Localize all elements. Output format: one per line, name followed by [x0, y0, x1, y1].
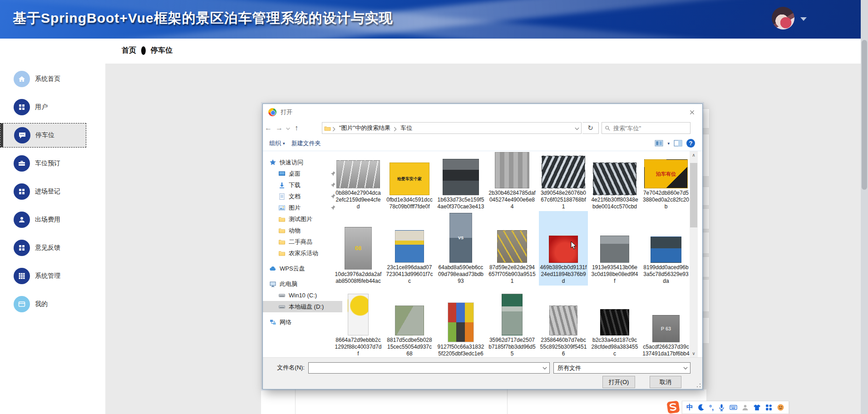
file-item[interactable]: 给爱车安个家0fbd1e3d4c591dcc78c09b0fff7fde0f	[385, 151, 434, 211]
keyboard-icon[interactable]	[730, 404, 737, 411]
search-box[interactable]	[602, 122, 690, 134]
file-item[interactable]: 2b30b46284785daf045274e4900e6e84	[488, 151, 537, 211]
back-icon[interactable]: ←	[263, 124, 274, 132]
nav-item-label: 快速访问	[280, 158, 303, 167]
file-item[interactable]: 469b389cb0d9131f24ed11894b376b9d	[539, 211, 588, 286]
sidebar-item-users[interactable]: 用户	[0, 95, 86, 119]
file-item[interactable]: VS64abd8a590eb6cc09d798eaad73bdb93	[436, 211, 485, 286]
resize-grip[interactable]	[696, 383, 701, 388]
nav-item-this-pc[interactable]: 此电脑	[263, 278, 342, 290]
sidebar-item-exit-fees[interactable]: 出场费用	[0, 207, 86, 232]
cancel-button[interactable]: 取消	[650, 376, 681, 388]
sidebar-item-reservations[interactable]: 车位预订	[0, 151, 86, 176]
moon-icon[interactable]	[697, 404, 705, 411]
nav-item-win10-c[interactable]: Win10 (C:)	[263, 290, 342, 301]
refresh-button[interactable]: ↻	[582, 122, 599, 134]
file-thumbnail	[443, 159, 479, 195]
emoji-icon[interactable]	[777, 404, 784, 411]
page-scrollbar-thumb[interactable]	[862, 40, 867, 190]
chat-icon	[14, 127, 30, 143]
file-grid-scrollbar[interactable]: ∧ ∨	[690, 151, 698, 357]
dialog-close-button[interactable]	[685, 106, 699, 118]
filetype-select[interactable]: 所有文件	[553, 362, 690, 374]
file-item[interactable]: 4e21f6b30ff80348ebde0014cc570cbd	[590, 151, 639, 211]
new-folder-button[interactable]: 新建文件夹	[291, 139, 321, 148]
breadcrumb-home[interactable]: 首页	[122, 46, 136, 55]
grid4-icon	[14, 99, 30, 115]
chinese-mode-icon[interactable]: 中	[686, 403, 693, 412]
file-item[interactable]: 3d90548e26076b067c6f025188768bf1	[539, 151, 588, 211]
scroll-down-icon[interactable]: ∨	[690, 350, 698, 357]
view-caret-icon[interactable]: ▾	[667, 141, 670, 146]
sidebar-item-system-admin[interactable]: 系统管理	[0, 264, 86, 288]
avatar-dropdown-icon[interactable]	[800, 17, 807, 21]
breadcrumb-bar: 首页 停车位	[0, 39, 868, 64]
nav-item-farmstay[interactable]: 农家乐活动	[263, 247, 342, 259]
nav-item-downloads[interactable]: 下载	[263, 179, 342, 191]
file-item[interactable]: 1b633d73c5e159f54ae0f370cae3e413	[436, 151, 485, 211]
network-icon	[269, 319, 276, 326]
grid4-icon	[14, 183, 30, 200]
person-icon[interactable]	[741, 404, 749, 411]
sidebar-item-parking-spaces[interactable]: 停车位	[0, 123, 86, 148]
file-item[interactable]: 23c1ce896daad077230413d99601f7cc	[385, 211, 434, 286]
file-item[interactable]: 8664a72d9ebbb2c1292f88c40037d7df	[334, 286, 383, 357]
scrollbar-thumb[interactable]	[690, 163, 697, 227]
sogou-icon[interactable]	[666, 400, 680, 414]
nav-item-network[interactable]: 网络	[263, 316, 342, 328]
address-crumb-search-results[interactable]: "图片"中的搜索结果	[339, 124, 390, 132]
file-item[interactable]: 8199ddd0aced96b3a5c78d56329e93da	[641, 211, 690, 286]
nav-item-local-disk-d[interactable]: 本地磁盘 (D:)	[263, 301, 342, 312]
sidebar-item-home[interactable]: 系统首页	[0, 67, 86, 91]
preview-pane-icon[interactable]	[674, 139, 682, 147]
nav-item-pictures[interactable]: 图片	[263, 202, 342, 213]
thumbnail-text: 给爱车安个家	[390, 177, 429, 181]
file-item[interactable]: 泊车有位7e7042db860e7d53880ed0a2c82fc20b	[641, 151, 690, 211]
nav-item-quick-access[interactable]: 快速访问	[263, 157, 342, 168]
scroll-up-icon[interactable]: ∧	[690, 151, 698, 159]
sidebar-item-mine[interactable]: 我的	[0, 292, 86, 316]
file-item[interactable]: b2c33a4dd187c9c28cfded98a383455c	[590, 286, 639, 357]
filename-dropdown-icon[interactable]	[542, 366, 547, 370]
nav-item-desktop[interactable]: 桌面	[263, 168, 342, 179]
sidebar-item-feedback[interactable]: 意见反馈	[0, 236, 86, 260]
file-item[interactable]: 87d59e2e82de294657f705b903a95151	[488, 211, 537, 286]
nav-item-documents[interactable]: 文档	[263, 191, 342, 202]
nav-item-test-images[interactable]: 测试图片	[263, 213, 342, 225]
file-thumbnail	[348, 294, 369, 335]
history-caret-icon[interactable]	[285, 124, 291, 132]
search-input[interactable]	[613, 125, 687, 132]
forward-icon[interactable]: →	[274, 124, 285, 132]
address-crumb-current[interactable]: 车位	[400, 124, 412, 132]
nav-item-wps-cloud[interactable]: WPS云盘	[263, 263, 342, 274]
file-item[interactable]: 9127f50c66a318325f2205dbf3edc1e6	[436, 286, 485, 357]
nav-item-animals[interactable]: 动物	[263, 225, 342, 236]
file-item[interactable]: 35962d717de2507b7185f7bb3dd96d55	[488, 286, 537, 357]
file-item[interactable]: 0b8804e27904dca2efc2159d9ee4cfed	[334, 151, 383, 211]
page-scrollbar[interactable]	[861, 0, 868, 414]
open-button[interactable]: 打开(O)	[602, 376, 635, 388]
address-bar[interactable]: "图片"中的搜索结果 车位	[322, 122, 582, 134]
apps-icon[interactable]	[765, 404, 773, 411]
file-item[interactable]: P 63c5acdf266237d39c137491da17bf6bb4	[641, 286, 690, 357]
file-item[interactable]: 0810dc3976a2dda2afab85008f6feb44ac	[334, 211, 383, 286]
file-item[interactable]: 1913e935413b06e3c0d198be08ed9f4f	[590, 211, 639, 286]
filename-input[interactable]	[309, 363, 549, 373]
up-folder-icon[interactable]: ↑	[291, 124, 302, 132]
user-avatar[interactable]	[772, 7, 794, 30]
help-button[interactable]: ?	[686, 139, 695, 148]
file-thumbnail	[448, 302, 474, 342]
punctuation-icon[interactable]: °,	[709, 404, 714, 411]
nav-item-secondhand[interactable]: 二手商品	[263, 236, 342, 247]
view-thumbnails-icon[interactable]	[655, 139, 663, 147]
sidebar-item-entry-register[interactable]: 进场登记	[0, 179, 86, 204]
mouse-cursor	[571, 241, 577, 250]
dialog-titlebar[interactable]: 打开	[263, 104, 702, 120]
organize-menu[interactable]: 组织 ▾	[269, 139, 285, 148]
file-item[interactable]: 23586460b7d7ebc55c8925b309f54516	[539, 286, 588, 357]
skin-icon[interactable]	[753, 404, 761, 411]
mic-icon[interactable]	[718, 404, 725, 411]
filename-combo[interactable]	[308, 362, 550, 374]
file-item[interactable]: 8817d5cdbe5b02815cec55054d937c68	[385, 286, 434, 357]
address-dropdown-icon[interactable]	[575, 124, 579, 132]
